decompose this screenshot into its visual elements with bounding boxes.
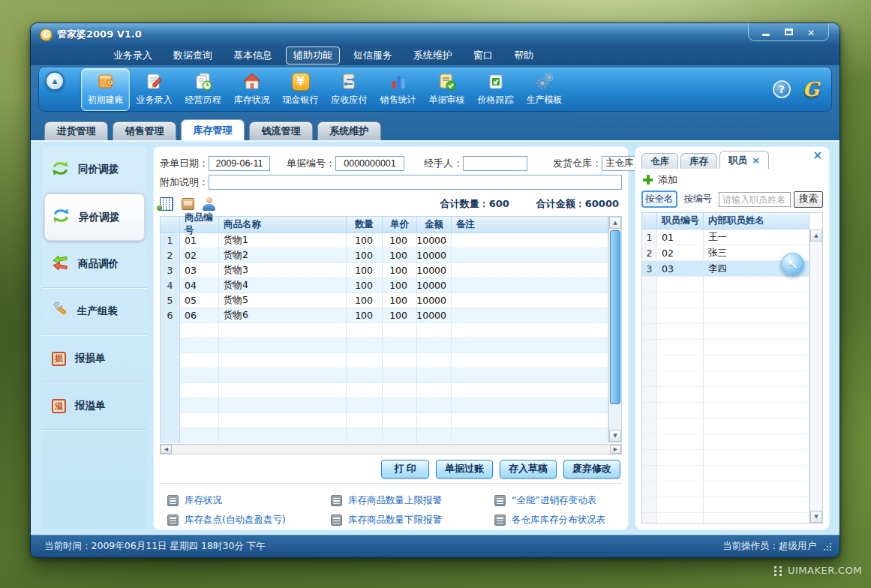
handler-input[interactable] xyxy=(463,156,527,171)
scroll-up-icon[interactable] xyxy=(609,217,621,229)
staff-search-input[interactable] xyxy=(719,192,791,207)
table-row-empty xyxy=(161,428,608,443)
lookup-tabs: 仓库 库存 职员 xyxy=(641,151,823,169)
help-icon[interactable] xyxy=(773,80,791,98)
wrench-icon xyxy=(52,302,68,321)
cursor-pointer-icon xyxy=(781,253,804,276)
tab-sales-management[interactable]: 销售管理 xyxy=(113,122,176,140)
scroll-right-icon[interactable] xyxy=(610,445,621,454)
toolbar-item-sales-statistics[interactable]: 销售统计 xyxy=(374,68,422,111)
link-lower-limit-alarm[interactable]: 库存商品数量下限报警 xyxy=(331,514,494,526)
window-title: 管家婆2009 V1.0 xyxy=(57,28,142,41)
staff-icon[interactable] xyxy=(203,197,215,211)
minimize-button[interactable] xyxy=(755,25,777,40)
add-row[interactable]: 添加 xyxy=(641,170,823,189)
tab-close-icon[interactable] xyxy=(752,152,760,169)
menu-item-auxiliary[interactable]: 辅助功能 xyxy=(286,46,340,64)
table-row[interactable]: 303货物310010010000 xyxy=(161,263,608,278)
toolbar-item-document-audit[interactable]: 单据审核 xyxy=(422,68,471,111)
scrollbar-thumb[interactable] xyxy=(610,230,620,404)
menu-item-help[interactable]: 帮助 xyxy=(506,46,541,64)
toolbar-item-production-template[interactable]: 生产模板 xyxy=(520,68,569,111)
scroll-down-icon[interactable] xyxy=(810,511,822,523)
price-arrows-icon xyxy=(52,254,69,274)
sidebar-item-overflow-report[interactable]: 溢 报溢单 xyxy=(42,382,147,430)
toolbar-item-price-tracking[interactable]: 价格跟踪 xyxy=(471,68,520,111)
close-button[interactable] xyxy=(800,25,822,40)
add-icon xyxy=(643,175,653,184)
sidebar-item-price-adjustment[interactable]: 商品调价 xyxy=(42,241,147,288)
filter-by-fullname-button[interactable]: 按全名 xyxy=(641,190,677,208)
sidebar-item-diff-price-transfer[interactable]: 异价调拨 xyxy=(44,194,145,241)
toolbar-item-business-entry[interactable]: 业务录入 xyxy=(130,68,179,111)
menu-item-window[interactable]: 窗口 xyxy=(466,46,500,64)
sidebar-item-same-price-transfer[interactable]: 同价调拨 xyxy=(42,146,147,194)
watermark-logo-icon xyxy=(773,566,782,576)
print-button[interactable]: 打 印 xyxy=(381,460,429,478)
table-row[interactable]: 606货物610010010000 xyxy=(161,308,608,323)
table-row[interactable]: 101货物110010010000 xyxy=(161,233,608,248)
table-row[interactable]: 404货物410010010000 xyxy=(161,278,608,293)
table-row[interactable]: 505货物510010010000 xyxy=(161,293,608,308)
toolbar-item-inventory-status[interactable]: 库存状况 xyxy=(227,68,276,111)
staff-table-header: 职员编号 内部职员姓名 xyxy=(642,213,809,230)
filter-by-code-button[interactable]: 按编号 xyxy=(680,190,716,208)
app-logo-icon: G xyxy=(40,28,53,41)
table-row-empty xyxy=(642,340,809,356)
menu-item-data-query[interactable]: 数据查询 xyxy=(166,46,220,64)
table-row-empty xyxy=(642,497,809,513)
panel-close-icon[interactable] xyxy=(812,150,822,160)
search-button[interactable]: 搜索 xyxy=(794,191,823,208)
tab-inventory-management[interactable]: 库存管理 xyxy=(181,119,245,140)
menu-item-business-entry[interactable]: 业务录入 xyxy=(106,46,160,64)
horizontal-scrollbar[interactable] xyxy=(160,444,622,455)
note-label: 附加说明： xyxy=(160,176,209,189)
sidebar-item-loss-report[interactable]: 损 报损单 xyxy=(42,335,147,382)
tab-cashflow-management[interactable]: 钱流管理 xyxy=(249,122,313,140)
doc-number-input[interactable] xyxy=(335,156,404,171)
watermark-text: UIMAKER.COM xyxy=(788,565,862,576)
table-row-empty xyxy=(642,387,809,403)
tab-purchase-management[interactable]: 进货管理 xyxy=(44,122,108,140)
inventory-box-icon[interactable] xyxy=(182,198,194,210)
menu-item-basic-info[interactable]: 基本信息 xyxy=(226,46,280,64)
scroll-up-icon[interactable] xyxy=(810,230,822,242)
tab-inventory[interactable]: 库存 xyxy=(680,153,717,169)
toolbar-item-business-history[interactable]: 经营历程 xyxy=(179,68,227,111)
link-stocktake[interactable]: 库存盘点(自动盘盈盘亏) xyxy=(167,514,331,526)
note-input[interactable] xyxy=(209,175,622,190)
menu-item-sms[interactable]: 短信服务 xyxy=(346,46,400,64)
maximize-button[interactable] xyxy=(777,25,800,40)
tab-warehouse[interactable]: 仓库 xyxy=(641,153,678,169)
items-table-header: 商品编号 商品名称 数量 单价 金额 备注 xyxy=(161,217,608,233)
save-draft-button[interactable]: 存入草稿 xyxy=(500,460,557,478)
toolbar-item-cash-bank[interactable]: 现金银行 xyxy=(276,68,325,111)
warehouse-icon[interactable] xyxy=(160,197,173,211)
link-omnipotent-change-table[interactable]: “全能”进销存变动表 xyxy=(494,494,614,507)
collapse-toolbar-button[interactable] xyxy=(45,71,65,91)
overflow-stamp-icon: 溢 xyxy=(52,399,66,413)
resize-grip[interactable] xyxy=(822,542,832,551)
scroll-left-icon[interactable] xyxy=(161,445,172,454)
scroll-down-icon[interactable] xyxy=(609,430,621,442)
report-icon xyxy=(331,495,342,506)
link-warehouse-distribution[interactable]: 各仓库库存分布状况表 xyxy=(494,514,614,526)
table-row[interactable]: 202货物210010010000 xyxy=(161,248,608,263)
menu-item-system-maintenance[interactable]: 系统维护 xyxy=(406,46,460,64)
vertical-scrollbar[interactable] xyxy=(608,217,621,442)
report-icon xyxy=(494,514,506,526)
date-input[interactable] xyxy=(209,156,270,171)
yen-icon xyxy=(291,72,311,92)
staff-row[interactable]: 101王一 xyxy=(642,230,809,245)
post-document-button[interactable]: 单据过账 xyxy=(436,460,493,478)
staff-vertical-scrollbar[interactable] xyxy=(809,230,822,523)
sidebar-item-production-assembly[interactable]: 生产组装 xyxy=(42,288,147,335)
tab-system-maintenance[interactable]: 系统维护 xyxy=(317,122,381,140)
toolbar-item-receivables-payables[interactable]: 应收应付 xyxy=(325,68,374,111)
toolbar-item-initial-setup[interactable]: 初期建账 xyxy=(81,68,130,111)
link-upper-limit-alarm[interactable]: 库存商品数量上限报警 xyxy=(331,494,494,507)
link-inventory-status[interactable]: 库存状况 xyxy=(167,494,331,507)
tab-staff[interactable]: 职员 xyxy=(719,151,769,169)
discard-changes-button[interactable]: 废弃修改 xyxy=(563,460,620,478)
doc-number-label: 单据编号： xyxy=(287,157,335,170)
